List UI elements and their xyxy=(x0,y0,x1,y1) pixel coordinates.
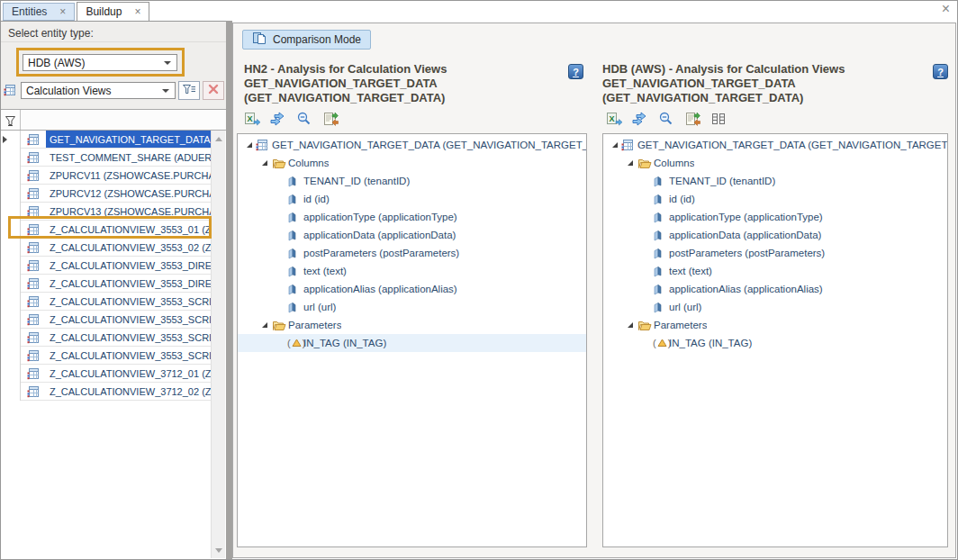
entity-list-item[interactable]: Z_CALCULATIONVIEW_3553_SCRIPT xyxy=(1,311,211,329)
tree-item[interactable]: url (url) xyxy=(238,298,586,316)
expand-toggle-icon[interactable] xyxy=(610,140,621,149)
entity-list-item[interactable]: ZPURCV11 (ZSHOWCASE.PURCHASIN xyxy=(1,167,211,185)
clear-filter-button[interactable] xyxy=(203,81,224,100)
tree-item-label: Columns xyxy=(654,158,694,168)
filter-icon xyxy=(182,83,196,98)
entity-label: Z_CALCULATIONVIEW_3553_02 (ZSF xyxy=(46,239,211,257)
entity-list-item[interactable]: ZPURCV13 (ZSHOWCASE.PURCHASIN xyxy=(1,203,211,221)
entity-label: Z_CALCULATIONVIEW_3553_SCRIPT xyxy=(46,311,211,329)
system-select[interactable]: HDB (AWS) xyxy=(23,54,177,71)
expand-toggle-icon[interactable] xyxy=(626,158,637,167)
calc-view-icon xyxy=(21,149,46,167)
tree-item-label: Parameters xyxy=(288,320,341,330)
tree-item[interactable]: TENANT_ID (tenantID) xyxy=(238,172,586,190)
tree-item[interactable]: ()IN_TAG (IN_TAG) xyxy=(603,334,947,352)
tree-item[interactable]: applicationAlias (applicationAlias) xyxy=(603,280,947,298)
scroll-up-button[interactable] xyxy=(212,131,225,146)
entity-list-item[interactable]: Z_CALCULATIONVIEW_3553_SCRIPT xyxy=(1,329,211,347)
copy-forward-icon[interactable] xyxy=(268,110,288,128)
tree-item[interactable]: applicationAlias (applicationAlias) xyxy=(238,280,586,298)
tree-item[interactable]: text (text) xyxy=(238,262,586,280)
entity-list-item[interactable]: Z_CALCULATIONVIEW_3553_SCRIPT xyxy=(1,347,211,365)
entity-type-select[interactable]: Calculation Views xyxy=(21,82,176,99)
tree-item[interactable]: Columns xyxy=(238,154,586,172)
help-icon[interactable]: ? xyxy=(568,64,583,79)
tree-item[interactable]: TENANT_ID (tenantID) xyxy=(603,172,947,190)
tree-item[interactable]: GET_NAVIGATION_TARGET_DATA (GET_NAVIGATI… xyxy=(603,136,947,154)
panel-splitter[interactable] xyxy=(226,21,232,559)
entity-list-item[interactable]: TEST_COMMENT_SHARE (ADUERRST xyxy=(1,149,211,167)
expand-toggle-icon[interactable] xyxy=(260,158,272,167)
row-selector-cell xyxy=(1,221,21,239)
tree-item[interactable]: applicationData (applicationData) xyxy=(603,226,947,244)
tree-item-label: text (text) xyxy=(669,266,712,276)
tree-item[interactable]: applicationType (applicationType) xyxy=(238,208,586,226)
tree-item[interactable]: Columns xyxy=(603,154,947,172)
tree-item[interactable]: id (id) xyxy=(238,190,586,208)
entity-label: TEST_COMMENT_SHARE (ADUERRST xyxy=(46,149,211,167)
export-excel-icon[interactable]: X xyxy=(604,110,624,128)
tree-item[interactable]: Parameters xyxy=(238,316,586,334)
tree-item[interactable]: ()IN_TAG (IN_TAG) xyxy=(238,334,586,352)
folder-icon xyxy=(637,158,654,169)
column-icon xyxy=(653,176,669,187)
entity-list-item[interactable]: GET_NAVIGATION_TARGET_DATA (s xyxy=(1,131,211,149)
tree-item[interactable]: url (url) xyxy=(603,298,947,316)
window-close-icon[interactable]: × xyxy=(942,1,950,17)
row-selector-cell xyxy=(1,347,21,365)
close-tab-icon[interactable]: × xyxy=(134,5,140,18)
entity-list-item[interactable]: Z_CALCULATIONVIEW_3553_01 (ZSF xyxy=(1,221,211,239)
tab-label: Buildup xyxy=(86,5,122,18)
zoom-out-icon[interactable] xyxy=(656,110,676,128)
row-selector-cell xyxy=(1,383,21,401)
compare-documents-icon[interactable] xyxy=(321,110,340,128)
tree-item-label: Parameters xyxy=(654,320,707,330)
column-icon xyxy=(287,302,303,313)
entity-list-item[interactable]: Z_CALCULATIONVIEW_3553_DIRECT xyxy=(1,257,211,275)
tree-item-label: GET_NAVIGATION_TARGET_DATA (GET_NAVIGATI… xyxy=(272,140,586,150)
tree-item[interactable]: applicationType (applicationType) xyxy=(603,208,947,226)
entity-list-item[interactable]: Z_CALCULATIONVIEW_3712_02 (ZSF xyxy=(1,383,211,401)
tree-item[interactable]: id (id) xyxy=(603,190,947,208)
help-icon[interactable]: ? xyxy=(933,64,948,79)
tree-item[interactable]: postParameters (postParameters) xyxy=(238,244,586,262)
close-tab-icon[interactable]: × xyxy=(59,5,66,18)
row-selector-cell xyxy=(1,239,21,257)
tree-item[interactable]: GET_NAVIGATION_TARGET_DATA (GET_NAVIGATI… xyxy=(238,136,586,154)
entity-list-item[interactable]: ZPURCV12 (ZSHOWCASE.PURCHASIN xyxy=(1,185,211,203)
divider xyxy=(1,41,226,42)
tree-item[interactable]: postParameters (postParameters) xyxy=(603,244,947,262)
system-select-value: HDB (AWS) xyxy=(28,57,86,69)
tree-item-label: url (url) xyxy=(669,302,701,312)
export-excel-icon[interactable]: X xyxy=(242,110,262,128)
entity-list-item[interactable]: Z_CALCULATIONVIEW_3712_01 (ZSF xyxy=(1,365,211,383)
expand-toggle-icon[interactable] xyxy=(245,140,256,149)
tree-item[interactable]: Parameters xyxy=(603,316,947,334)
calc-view-icon xyxy=(21,275,46,293)
tab-entities[interactable]: Entities× xyxy=(3,3,75,21)
tree-item-label: applicationAlias (applicationAlias) xyxy=(303,284,457,294)
tree-item[interactable]: text (text) xyxy=(603,262,947,280)
tree-item-label: Columns xyxy=(288,158,329,168)
expand-toggle-icon[interactable] xyxy=(626,321,637,330)
calc-view-icon xyxy=(21,131,46,149)
copy-forward-icon[interactable] xyxy=(630,110,650,128)
expand-toggle-icon[interactable] xyxy=(260,321,272,330)
calc-view-icon xyxy=(21,167,46,185)
title-line: GET_NAVIGATION_TARGET_DATA xyxy=(602,77,937,91)
entity-list-item[interactable]: Z_CALCULATIONVIEW_3553_02 (ZSF xyxy=(1,239,211,257)
filter-button[interactable] xyxy=(178,81,200,100)
tab-buildup[interactable]: Buildup× xyxy=(77,2,149,22)
title-line: (GET_NAVIGATION_TARGET_DATA) xyxy=(602,91,937,105)
comparison-mode-button[interactable]: Comparison Mode xyxy=(242,30,371,50)
compare-documents-icon[interactable] xyxy=(682,110,702,128)
entity-list-item[interactable]: Z_CALCULATIONVIEW_3553_DIRECT xyxy=(1,275,211,293)
entity-list-item[interactable]: Z_CALCULATIONVIEW_3553_SCRIPT xyxy=(1,293,211,311)
tree-item[interactable]: applicationData (applicationData) xyxy=(238,226,586,244)
filter-row-icon[interactable] xyxy=(5,114,16,131)
zoom-out-icon[interactable] xyxy=(294,110,314,128)
scroll-down-button[interactable] xyxy=(212,543,225,557)
grid-view-icon[interactable] xyxy=(709,110,728,128)
entity-label: Z_CALCULATIONVIEW_3553_SCRIPT xyxy=(46,293,211,311)
entity-list-scrollbar[interactable] xyxy=(211,131,225,558)
